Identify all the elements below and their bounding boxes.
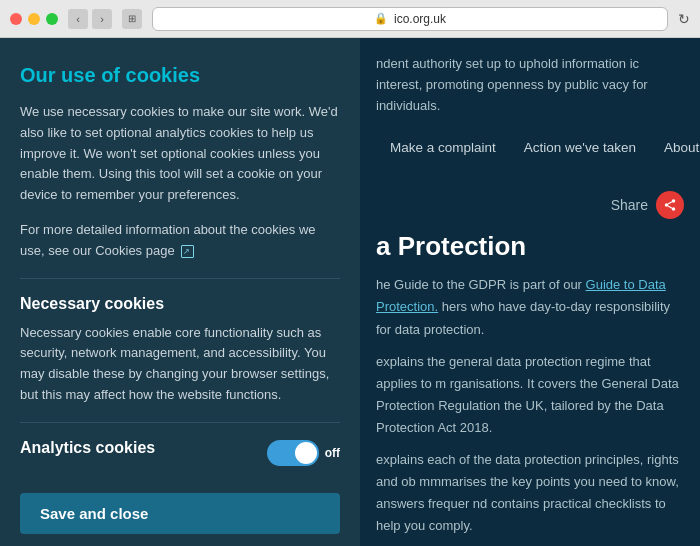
nav-buttons: ‹ › [68, 9, 112, 29]
title-bar: ‹ › ⊞ 🔒 ico.org.uk ↻ [0, 0, 700, 38]
external-link-icon [181, 245, 194, 258]
site-body-text: he Guide to the GDPR is part of our Guid… [376, 274, 684, 546]
close-button[interactable] [10, 13, 22, 25]
address-bar[interactable]: 🔒 ico.org.uk [152, 7, 668, 31]
guide-link[interactable]: Guide to Data Protection. [376, 277, 666, 314]
svg-line-4 [668, 202, 672, 204]
svg-point-2 [672, 208, 676, 212]
necessary-cookies-desc: Necessary cookies enable core functional… [20, 323, 340, 406]
share-row: Share [376, 191, 684, 219]
forward-button[interactable]: › [92, 9, 112, 29]
save-close-button[interactable]: Save and close [20, 493, 340, 534]
svg-point-1 [665, 204, 669, 208]
cookies-page-link[interactable] [178, 243, 194, 258]
nav-make-complaint[interactable]: Make a complaint [376, 130, 510, 165]
nav-about-ico[interactable]: About the ICO [650, 130, 700, 165]
toggle-knob [295, 442, 317, 464]
tab-overview-button[interactable]: ⊞ [122, 9, 142, 29]
share-button[interactable] [656, 191, 684, 219]
cookie-scroll-area: Our use of cookies We use necessary cook… [0, 38, 360, 481]
necessary-cookies-title: Necessary cookies [20, 295, 340, 313]
nav-action-taken[interactable]: Action we've taken [510, 130, 650, 165]
lock-icon: 🔒 [374, 12, 388, 25]
cookie-footer: Save and close [0, 481, 360, 546]
refresh-button[interactable]: ↻ [678, 11, 690, 27]
analytics-toggle-container: off [267, 440, 340, 466]
maximize-button[interactable] [46, 13, 58, 25]
analytics-toggle[interactable] [267, 440, 319, 466]
url-display: ico.org.uk [394, 12, 446, 26]
divider-1 [20, 278, 340, 279]
divider-2 [20, 422, 340, 423]
analytics-cookies-title: Analytics cookies [20, 439, 155, 457]
site-nav: Make a complaint Action we've taken Abou… [376, 130, 684, 165]
share-icon [663, 198, 677, 212]
back-button[interactable]: ‹ [68, 9, 88, 29]
cookie-more-info: For more detailed information about the … [20, 220, 340, 262]
cookie-panel: Our use of cookies We use necessary cook… [0, 38, 360, 546]
site-para-3: explains each of the data protection pri… [376, 449, 684, 537]
site-header: ndent authority set up to uphold informa… [360, 38, 700, 165]
site-para-2: explains the general data protection reg… [376, 351, 684, 439]
minimize-button[interactable] [28, 13, 40, 25]
svg-line-3 [668, 206, 672, 208]
site-intro-text: ndent authority set up to uphold informa… [376, 54, 684, 116]
analytics-header: Analytics cookies off [20, 439, 340, 467]
site-body: Share a Protection he Guide to the GDPR … [360, 181, 700, 546]
traffic-lights [10, 13, 58, 25]
svg-point-0 [672, 200, 676, 204]
site-para-1: he Guide to the GDPR is part of our Guid… [376, 274, 684, 340]
cookie-intro-text: We use necessary cookies to make our sit… [20, 102, 340, 206]
share-label: Share [611, 197, 648, 213]
main-content: Our use of cookies We use necessary cook… [0, 38, 700, 546]
cookie-panel-title: Our use of cookies [20, 62, 340, 88]
page-title: a Protection [376, 231, 684, 262]
website-panel: ndent authority set up to uphold informa… [360, 38, 700, 546]
toggle-label: off [325, 446, 340, 460]
